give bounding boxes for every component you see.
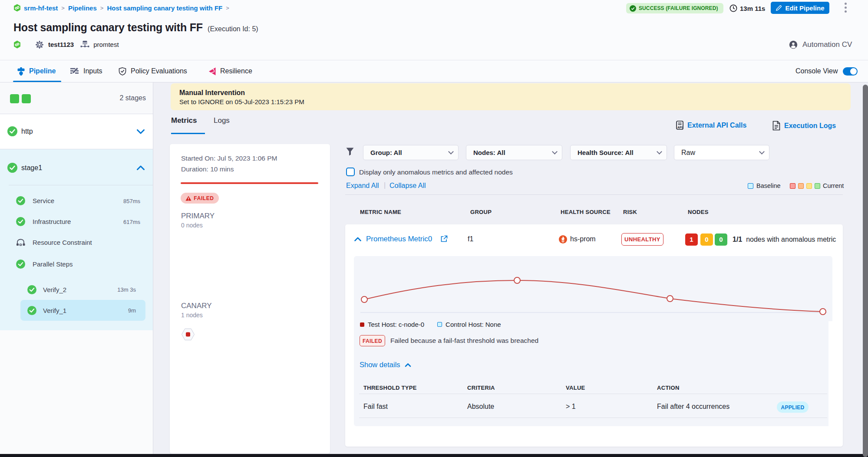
svg-text:API: API bbox=[677, 126, 683, 129]
